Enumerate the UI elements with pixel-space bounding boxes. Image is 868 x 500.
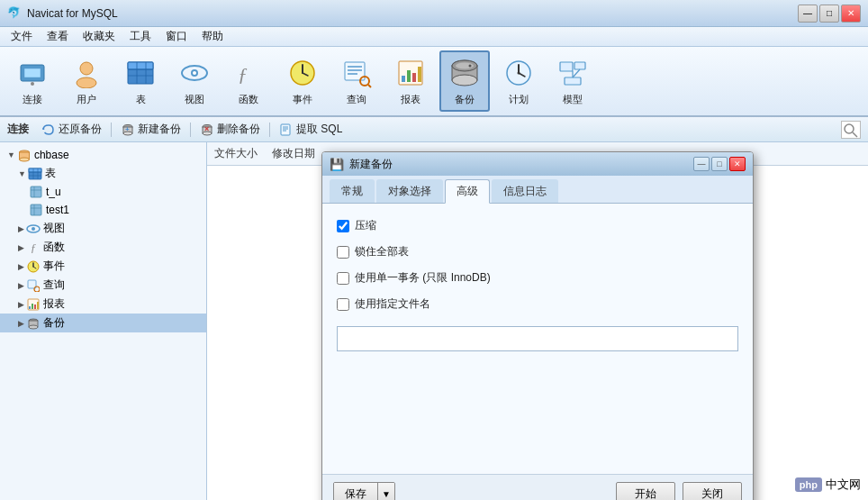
sidebar-item-view[interactable]: ▶ 视图 [0, 219, 206, 238]
footer-right: 开始 关闭 [616, 482, 742, 500]
start-button[interactable]: 开始 [616, 482, 675, 500]
restore-backup-btn[interactable]: 还原备份 [36, 120, 107, 139]
sidebar-item-query[interactable]: ▶ 查询 [0, 276, 206, 295]
compress-label[interactable]: 压缩 [355, 218, 376, 233]
toolbar-table[interactable]: 表 [115, 50, 166, 112]
svg-line-43 [573, 69, 580, 77]
specifyfile-label[interactable]: 使用指定文件名 [355, 296, 430, 312]
user-label: 用户 [77, 93, 96, 106]
dialog-close-btn[interactable]: ✕ [729, 157, 746, 171]
menu-file[interactable]: 文件 [4, 27, 40, 46]
svg-text:+: + [125, 125, 130, 133]
minimize-button[interactable]: — [798, 5, 818, 23]
save-button[interactable]: 保存 [334, 483, 377, 500]
tab-general[interactable]: 常规 [330, 179, 375, 203]
menu-window[interactable]: 窗口 [158, 27, 194, 46]
newbackup-label: 新建备份 [138, 122, 181, 137]
tab-objects[interactable]: 对象选择 [376, 179, 443, 203]
singletrans-label[interactable]: 使用单一事务 (只限 InnoDB) [355, 270, 491, 286]
sidebar-item-report[interactable]: ▶ 报表 [0, 295, 206, 314]
sidebar-item-table-group[interactable]: ▼ 表 [0, 164, 206, 183]
backup-label: 备份 [43, 315, 65, 331]
new-backup-dialog: 💾 新建备份 — □ ✕ 常规 对象选择 高级 信息日志 [321, 151, 754, 500]
query-group-icon [26, 278, 41, 293]
svg-text:ƒ: ƒ [238, 63, 248, 86]
checkbox-singletrans[interactable] [337, 272, 349, 285]
toolbar-user[interactable]: 用户 [61, 50, 112, 112]
toolbar-connect[interactable]: 连接 [7, 50, 58, 112]
newbackup-icon: + [121, 123, 135, 137]
new-backup-btn[interactable]: + 新建备份 [115, 120, 186, 139]
sidebar-item-backup[interactable]: ▶ 备份 [0, 314, 206, 332]
func-arrow: ▶ [18, 243, 24, 252]
event-arrow: ▶ [18, 262, 24, 271]
view-icon [178, 57, 211, 89]
sidebar-item-test1[interactable]: test1 [0, 201, 206, 219]
lockall-label[interactable]: 锁住全部表 [355, 244, 409, 259]
backup-arrow: ▶ [18, 319, 24, 328]
maximize-button[interactable]: □ [819, 5, 839, 23]
search-button[interactable] [841, 121, 861, 139]
extract-sql-btn[interactable]: 提取 SQL [274, 120, 348, 139]
sidebar: ▼ chbase ▼ 表 t_u test1 [0, 142, 207, 500]
save-dropdown-arrow[interactable]: ▼ [377, 483, 394, 500]
svg-point-60 [19, 158, 29, 161]
chbase-label: chbase [34, 149, 69, 161]
menu-view[interactable]: 查看 [40, 27, 76, 46]
backup-icon [448, 57, 481, 89]
checkbox-lockall-row: 锁住全部表 [337, 244, 738, 259]
event-label: 事件 [43, 259, 65, 274]
toolbar-schedule[interactable]: 计划 [493, 50, 544, 112]
report-group-icon [26, 297, 41, 312]
checkbox-specifyfile[interactable] [337, 298, 349, 311]
connect-label: 连接 [23, 93, 42, 106]
report-label: 报表 [401, 93, 420, 106]
model-label: 模型 [563, 93, 583, 106]
app-icon: 🐬 [7, 6, 22, 21]
dialog-body: 压缩 锁住全部表 使用单一事务 (只限 InnoDB) 使用指定文件名 [322, 204, 753, 474]
menu-favorites[interactable]: 收藏夹 [76, 27, 122, 46]
toolbar-view[interactable]: 视图 [169, 50, 220, 112]
sidebar-item-chbase[interactable]: ▼ chbase [0, 146, 206, 164]
toolbar-event[interactable]: 事件 [277, 50, 328, 112]
svg-point-4 [77, 77, 96, 88]
connect-icon [16, 57, 49, 89]
tab-infolog[interactable]: 信息日志 [492, 179, 558, 203]
dialog-maximize-btn[interactable]: □ [711, 157, 728, 171]
dialog-minimize-btn[interactable]: — [693, 157, 710, 171]
toolbar-func[interactable]: ƒ 函数 [223, 50, 274, 112]
toolbar-model[interactable]: 模型 [547, 50, 598, 112]
sep2 [190, 123, 191, 137]
delete-backup-btn[interactable]: × 删除备份 [194, 120, 266, 139]
menu-help[interactable]: 帮助 [194, 27, 231, 46]
svg-line-23 [368, 85, 371, 87]
checkbox-compress[interactable] [337, 220, 349, 232]
checkbox-lockall[interactable] [337, 246, 349, 259]
toolbar-query[interactable]: 查询 [331, 50, 382, 112]
svg-rect-67 [31, 186, 41, 197]
toolbar-backup[interactable]: 备份 [439, 50, 490, 112]
view-label: 视图 [185, 93, 204, 106]
toolbar-report[interactable]: 报表 [385, 50, 436, 112]
backup-label: 备份 [455, 93, 475, 106]
svg-rect-1 [24, 68, 41, 77]
menu-bar: 文件 查看 收藏夹 工具 窗口 帮助 [0, 27, 868, 47]
extractsql-icon [279, 123, 294, 137]
close-dialog-button[interactable]: 关闭 [683, 482, 742, 500]
svg-rect-40 [574, 62, 585, 69]
sidebar-item-func[interactable]: ▶ ƒ 函数 [0, 238, 206, 257]
svg-rect-62 [29, 168, 41, 172]
chbase-icon [17, 148, 32, 162]
svg-point-34 [469, 64, 472, 67]
checkbox-singletrans-row: 使用单一事务 (只限 InnoDB) [337, 270, 738, 286]
sidebar-item-tu[interactable]: t_u [0, 183, 206, 201]
sidebar-item-event[interactable]: ▶ 事件 [0, 257, 206, 276]
toolbar: 连接 用户 表 视图 ƒ 函数 事件 查询 [0, 47, 868, 117]
tab-advanced[interactable]: 高级 [445, 179, 490, 204]
footer-left: 保存 ▼ [333, 482, 395, 500]
close-button[interactable]: ✕ [841, 5, 861, 23]
checkbox-specifyfile-row: 使用指定文件名 [337, 296, 738, 312]
filename-input[interactable] [337, 326, 738, 351]
menu-tools[interactable]: 工具 [122, 27, 158, 46]
restore-label: 还原备份 [59, 122, 102, 137]
